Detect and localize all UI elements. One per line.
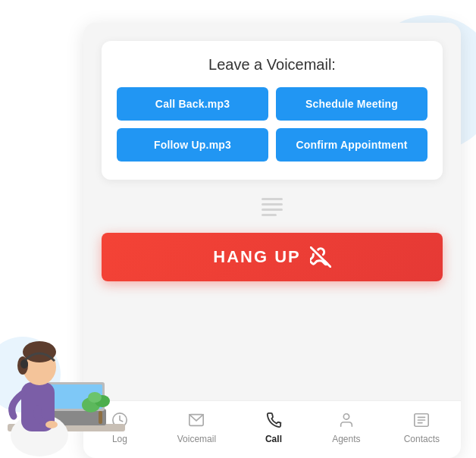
phone-icon bbox=[265, 412, 282, 431]
contacts-icon bbox=[413, 412, 430, 431]
confirm-appointment-button[interactable]: Confirm Appointment bbox=[276, 128, 427, 162]
voicemail-buttons: Call Back.mp3 Schedule Meeting Follow Up… bbox=[117, 87, 427, 162]
call-back-button[interactable]: Call Back.mp3 bbox=[117, 87, 268, 121]
person-illustration bbox=[0, 276, 129, 458]
svg-rect-23 bbox=[99, 411, 102, 424]
voicemail-title: Leave a Voicemail: bbox=[117, 56, 427, 74]
svg-point-26 bbox=[88, 392, 102, 403]
phone-slash-icon bbox=[310, 246, 331, 268]
bottom-nav: Log Voicemail Call bbox=[83, 400, 461, 458]
svg-rect-1 bbox=[261, 203, 283, 205]
nav-item-contacts[interactable]: Contacts bbox=[396, 409, 447, 447]
svg-point-7 bbox=[343, 414, 349, 419]
hang-up-button[interactable]: HANG UP bbox=[102, 233, 443, 281]
svg-point-22 bbox=[45, 421, 58, 428]
nav-item-call[interactable]: Call bbox=[251, 409, 296, 447]
envelope-icon bbox=[188, 412, 205, 431]
nav-label-call: Call bbox=[265, 434, 282, 444]
svg-rect-3 bbox=[261, 214, 277, 216]
list-lines-icon bbox=[258, 196, 286, 218]
schedule-meeting-button[interactable]: Schedule Meeting bbox=[276, 87, 427, 121]
svg-rect-2 bbox=[261, 209, 283, 211]
app-container: Leave a Voicemail: Call Back.mp3 Schedul… bbox=[83, 23, 461, 458]
list-icon-area bbox=[83, 189, 461, 225]
person-icon bbox=[338, 412, 355, 431]
nav-label-voicemail: Voicemail bbox=[177, 434, 216, 444]
nav-item-voicemail[interactable]: Voicemail bbox=[170, 409, 224, 447]
svg-point-21 bbox=[20, 359, 28, 369]
svg-rect-0 bbox=[261, 198, 283, 200]
hang-up-label: HANG UP bbox=[213, 247, 300, 267]
voicemail-card: Leave a Voicemail: Call Back.mp3 Schedul… bbox=[102, 41, 443, 180]
hang-up-section: HANG UP bbox=[83, 225, 461, 292]
nav-label-agents: Agents bbox=[332, 434, 360, 444]
nav-label-contacts: Contacts bbox=[404, 434, 440, 444]
nav-item-agents[interactable]: Agents bbox=[324, 409, 369, 447]
follow-up-button[interactable]: Follow Up.mp3 bbox=[117, 128, 268, 162]
